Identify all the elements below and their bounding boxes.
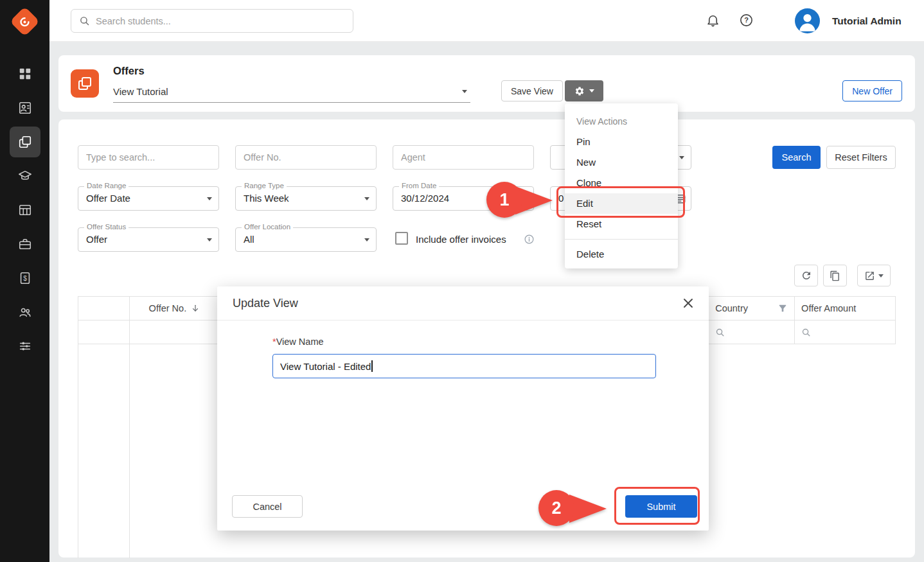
brand-logo-icon xyxy=(10,6,40,37)
svg-text:$: $ xyxy=(23,274,27,281)
menu-item-reset[interactable]: Reset xyxy=(565,214,678,234)
update-view-modal: Update View *View Name View Tutorial - E… xyxy=(217,286,709,531)
sidebar-item-agents[interactable] xyxy=(0,295,49,329)
submit-button[interactable]: Submit xyxy=(625,495,697,518)
agents-icon xyxy=(18,305,32,319)
sidebar-item-tables[interactable] xyxy=(0,193,49,227)
include-offer-invoices-label: Include offer invoices xyxy=(416,234,506,245)
menu-item-clone[interactable]: Clone xyxy=(565,173,678,193)
modal-header: Update View xyxy=(217,286,709,321)
chevron-down-icon xyxy=(679,156,684,159)
sidebar-item-offers[interactable] xyxy=(0,125,49,159)
menu-header: View Actions xyxy=(565,107,678,132)
gear-icon xyxy=(574,86,585,96)
page-header-card: Offers View Tutorial Save View New Offer xyxy=(58,55,915,112)
duplicate-button[interactable] xyxy=(823,265,847,286)
view-name-label: *View Name xyxy=(272,337,324,347)
user-avatar[interactable] xyxy=(795,8,820,33)
global-search-input[interactable] xyxy=(96,16,345,26)
filter-cell-offer-no[interactable] xyxy=(130,321,220,344)
sidebar-item-services[interactable] xyxy=(0,227,49,261)
view-name-input[interactable]: View Tutorial - Edited xyxy=(272,354,656,378)
invoices-icon: $ xyxy=(18,271,32,285)
info-icon[interactable] xyxy=(524,234,535,247)
copy-icon xyxy=(830,270,840,281)
from-date-input[interactable]: From Date 30/12/2024 xyxy=(393,186,534,211)
sidebar: $ xyxy=(0,0,49,562)
agent-input[interactable] xyxy=(393,145,534,170)
offer-location-select[interactable]: Offer Location All xyxy=(235,227,377,252)
filter-cell-country[interactable] xyxy=(709,321,795,344)
export-icon xyxy=(864,270,875,281)
refresh-icon xyxy=(801,270,812,281)
modal-title: Update View xyxy=(233,297,298,310)
menu-item-pin[interactable]: Pin xyxy=(565,132,678,152)
view-actions-button[interactable] xyxy=(565,80,603,101)
sidebar-item-settings[interactable] xyxy=(0,329,49,363)
new-offer-button[interactable]: New Offer xyxy=(842,80,902,101)
filter-funnel-icon[interactable] xyxy=(777,303,788,313)
chevron-down-icon xyxy=(364,238,369,241)
offer-status-select[interactable]: Offer Status Offer xyxy=(78,227,219,252)
chevron-down-icon xyxy=(364,197,369,200)
contacts-icon xyxy=(18,101,32,115)
user-name: Tutorial Admin xyxy=(832,0,902,42)
chevron-down-icon[interactable] xyxy=(462,90,467,93)
date-range-select[interactable]: Date Range Offer Date xyxy=(78,186,219,211)
cancel-button[interactable]: Cancel xyxy=(232,495,303,518)
close-icon[interactable] xyxy=(683,298,693,308)
help-icon[interactable]: ? xyxy=(739,13,754,30)
text-cursor xyxy=(371,360,373,372)
services-icon xyxy=(18,237,32,251)
offer-no-input[interactable] xyxy=(235,145,377,170)
reset-filters-button[interactable]: Reset Filters xyxy=(826,146,896,169)
sort-desc-icon[interactable] xyxy=(191,304,200,313)
offers-module-icon xyxy=(71,69,99,98)
dashboard-icon xyxy=(18,67,32,81)
keyword-search-input[interactable] xyxy=(78,145,219,170)
tables-icon xyxy=(18,203,32,217)
app-logo[interactable] xyxy=(0,0,49,42)
refresh-button[interactable] xyxy=(794,265,818,286)
sidebar-item-invoices[interactable]: $ xyxy=(0,261,49,295)
view-selector-underline xyxy=(113,102,470,103)
chevron-down-icon xyxy=(878,274,884,277)
filter-cell-offer-amount[interactable] xyxy=(795,321,896,344)
view-selector-value: View Tutorial xyxy=(113,86,168,97)
menu-item-delete[interactable]: Delete xyxy=(565,244,678,265)
search-icon xyxy=(801,328,811,337)
view-selector[interactable]: View Tutorial xyxy=(113,82,470,100)
settings-icon xyxy=(18,339,32,353)
chevron-down-icon xyxy=(207,238,212,241)
page-title: Offers xyxy=(113,65,145,77)
avatar-person-icon xyxy=(795,8,820,33)
export-button[interactable] xyxy=(857,265,891,286)
offers-icon xyxy=(18,135,32,149)
menu-divider xyxy=(565,239,678,240)
svg-text:?: ? xyxy=(744,16,749,24)
notifications-bell-icon[interactable] xyxy=(706,13,720,30)
sidebar-item-contacts[interactable] xyxy=(0,91,49,125)
sidebar-nav: $ xyxy=(0,57,49,363)
sidebar-item-dashboard[interactable] xyxy=(0,57,49,91)
save-view-button[interactable]: Save View xyxy=(501,80,563,101)
table-header-offer-amount[interactable]: Offer Amount xyxy=(795,297,896,320)
table-header-select-col xyxy=(78,297,130,320)
search-button[interactable]: Search xyxy=(772,146,821,169)
include-offer-invoices-checkbox[interactable] xyxy=(395,232,408,245)
table-header-country[interactable]: Country xyxy=(709,297,795,320)
global-search[interactable] xyxy=(71,9,353,33)
range-type-select[interactable]: Range Type This Week xyxy=(235,186,377,211)
menu-item-edit[interactable]: Edit xyxy=(565,193,678,214)
sidebar-item-courses[interactable] xyxy=(0,159,49,193)
menu-item-new[interactable]: New xyxy=(565,152,678,173)
search-icon xyxy=(715,328,725,337)
chevron-down-icon xyxy=(207,197,212,200)
topbar: ? Tutorial Admin xyxy=(49,0,924,42)
table-column-divider xyxy=(129,344,130,558)
view-name-value: View Tutorial - Edited xyxy=(280,361,371,372)
view-actions-menu: View Actions Pin New Clone Edit Reset De… xyxy=(565,103,678,268)
table-header-offer-no[interactable]: Offer No. xyxy=(130,297,220,320)
chevron-down-icon xyxy=(589,89,594,92)
courses-icon xyxy=(18,169,32,183)
